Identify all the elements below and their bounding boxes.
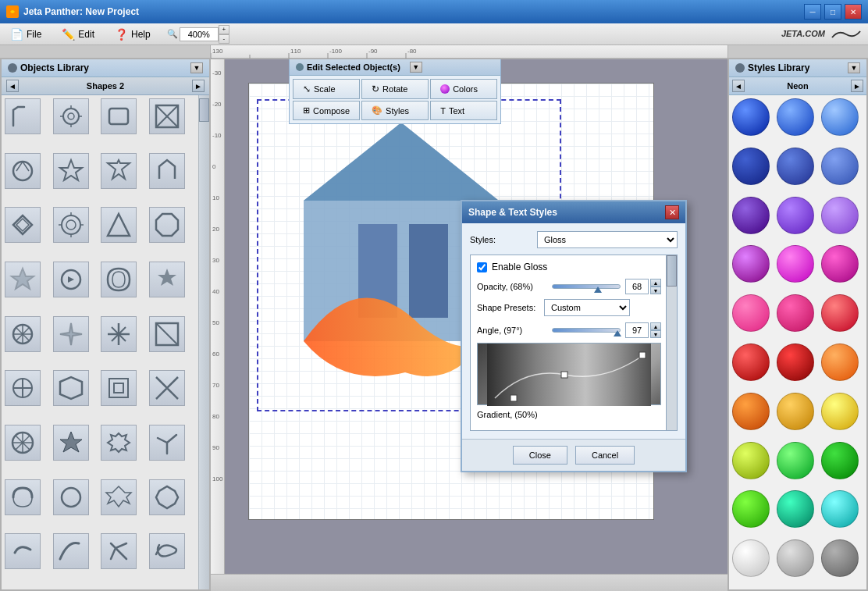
style-ball[interactable] [821,148,859,185]
style-ball[interactable] [732,442,770,479]
shape-item[interactable] [5,98,41,134]
opacity-input[interactable]: 68 [625,279,649,294]
shape-item[interactable] [101,262,137,297]
shape-item[interactable] [5,479,41,515]
style-ball[interactable] [732,490,770,528]
styles-next-button[interactable]: ► [851,80,863,92]
styles-dropdown[interactable]: Gloss Matte Metal Plastic Custom [537,231,678,248]
styles-minimize-button[interactable]: ▼ [848,62,860,73]
style-ball[interactable] [732,393,770,430]
style-ball[interactable] [821,197,859,234]
minimize-button[interactable]: ─ [804,4,821,20]
shapes-next-button[interactable]: ► [192,80,205,92]
shape-item[interactable] [5,207,41,243]
shape-item[interactable] [149,479,185,515]
style-ball[interactable] [732,148,770,185]
shape-item[interactable] [101,153,137,189]
menu-help[interactable]: ❓ Help [105,23,161,45]
zoom-up-button[interactable]: + [219,25,229,34]
shape-item[interactable] [5,533,41,569]
shape-item[interactable] [5,370,41,406]
close-button[interactable]: ✕ [845,4,862,20]
style-ball[interactable] [821,344,859,381]
close-dialog-button[interactable]: Close [513,446,567,465]
shape-item[interactable] [5,425,41,461]
opacity-slider[interactable] [552,284,621,289]
style-ball[interactable] [777,98,814,136]
maximize-button[interactable]: □ [824,4,841,20]
style-ball[interactable] [777,442,814,479]
menu-edit[interactable]: ✏️ Edit [52,23,105,45]
style-ball[interactable] [821,490,859,528]
text-button[interactable]: T Text [430,101,497,120]
shape-item[interactable] [5,153,41,189]
shape-item[interactable] [101,98,137,134]
style-ball[interactable] [732,98,770,136]
shape-item[interactable] [149,316,185,352]
shape-item[interactable] [53,479,89,515]
shape-item[interactable] [5,316,41,352]
shape-item[interactable] [53,316,89,352]
shape-item[interactable] [149,370,185,406]
shape-item[interactable] [53,207,89,243]
toolbar-minimize-button[interactable]: ▼ [410,62,422,73]
shape-item[interactable] [5,262,41,297]
shape-item[interactable] [53,153,89,189]
style-ball[interactable] [821,294,859,332]
style-ball[interactable] [777,344,814,381]
style-ball[interactable] [777,539,814,577]
rotate-button[interactable]: ↻ Rotate [361,79,429,99]
style-ball[interactable] [777,148,814,185]
shape-item[interactable] [101,207,137,243]
style-ball[interactable] [821,245,859,283]
menu-file[interactable]: 📄 File [0,23,52,45]
shape-item[interactable] [101,370,137,406]
shape-item[interactable] [53,262,89,297]
shape-item[interactable] [149,207,185,243]
shape-item[interactable] [101,425,137,461]
shape-item[interactable] [53,425,89,461]
library-scrollbar[interactable] [198,95,209,589]
shape-item[interactable] [101,316,137,352]
style-ball[interactable] [732,539,770,577]
dialog-scrollbar[interactable] [666,255,677,430]
enable-gloss-checkbox[interactable] [477,262,487,272]
shape-item[interactable] [53,98,89,134]
style-ball[interactable] [821,442,859,479]
opacity-down-button[interactable]: ▼ [650,287,661,294]
style-ball[interactable] [821,393,859,430]
gradient-preview[interactable] [477,343,661,405]
shape-item[interactable] [149,98,185,134]
angle-down-button[interactable]: ▼ [650,330,661,338]
styles-button[interactable]: 🎨 Styles [361,101,429,120]
cancel-dialog-button[interactable]: Cancel [575,446,635,465]
shape-item[interactable] [101,533,137,569]
shape-presets-dropdown[interactable]: Custom Linear Radial Diamond Conical [544,299,630,316]
style-ball[interactable] [777,490,814,528]
shape-item[interactable] [149,262,185,297]
style-ball[interactable] [732,197,770,234]
shape-item[interactable] [53,533,89,569]
style-ball[interactable] [777,294,814,332]
opacity-up-button[interactable]: ▲ [650,279,661,287]
colors-button[interactable]: Colors [430,79,497,99]
panel-minimize-button[interactable]: ▼ [190,62,203,73]
scale-button[interactable]: ⤡ Scale [293,79,360,99]
shape-item[interactable] [149,153,185,189]
styles-prev-button[interactable]: ◄ [732,80,745,92]
shape-item[interactable] [149,533,185,569]
zoom-down-button[interactable]: - [219,34,229,44]
shape-item[interactable] [53,370,89,406]
shape-item[interactable] [149,425,185,461]
angle-up-button[interactable]: ▲ [650,322,661,330]
compose-button[interactable]: ⊞ Compose [293,101,360,120]
shapes-prev-button[interactable]: ◄ [6,80,19,92]
style-ball[interactable] [777,245,814,283]
style-ball[interactable] [777,197,814,234]
angle-input[interactable]: 97 [625,322,649,338]
style-ball[interactable] [777,393,814,430]
dialog-close-button[interactable]: ✕ [665,205,679,219]
angle-slider[interactable] [552,328,621,333]
style-ball[interactable] [821,98,859,136]
style-ball[interactable] [732,294,770,332]
